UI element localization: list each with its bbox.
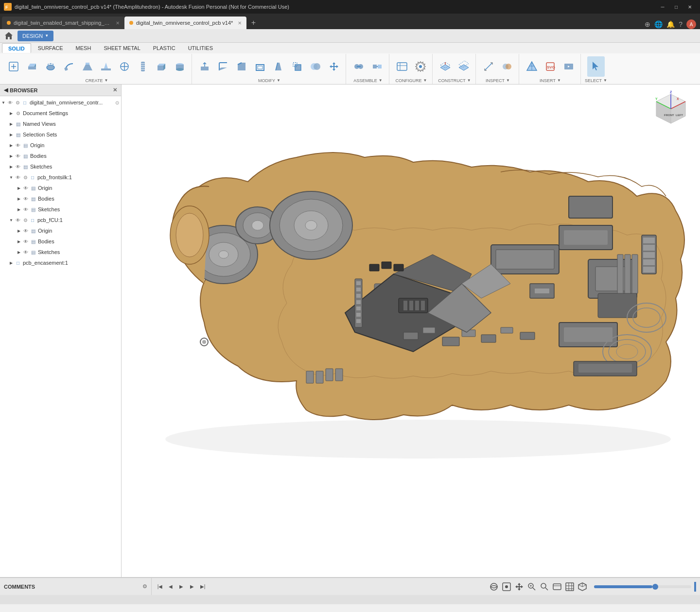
orbit-tool[interactable] (489, 582, 499, 592)
nav-next-button[interactable]: ▶ (188, 582, 196, 591)
pcb-frontsilk-origin-visibility-toggle[interactable]: 👁 (22, 185, 29, 191)
bodies-visibility-toggle[interactable]: 👁 (15, 153, 21, 159)
press-pull-tool[interactable] (196, 56, 213, 77)
tab-plastic[interactable]: PLASTIC (147, 43, 181, 53)
minimize-button[interactable]: ─ (656, 2, 669, 11)
view-cube-tool[interactable] (578, 582, 587, 592)
maximize-button[interactable]: □ (670, 2, 682, 11)
extrude-tool[interactable] (23, 56, 41, 77)
browser-sketches-item[interactable]: ▶ 👁 ▤ Sketches (0, 161, 121, 172)
tab-surface[interactable]: SURFACE (32, 43, 69, 53)
select-label[interactable]: SELECT ▼ (585, 78, 607, 83)
pcb-fcu-sketches-arrow[interactable]: ▶ (16, 249, 22, 255)
bell-icon[interactable]: 🔔 (666, 20, 675, 28)
browser-pcb-frontsilk-origin-item[interactable]: ▶ 👁 ▤ Origin (0, 183, 121, 193)
joint-tool[interactable] (350, 56, 368, 77)
selection-sets-arrow[interactable]: ▶ (8, 131, 15, 138)
pcb-fcu-arrow[interactable]: ▼ (8, 217, 15, 223)
offset-plane-tool[interactable] (437, 56, 454, 77)
as-built-joint-tool[interactable] (368, 56, 386, 77)
cylinder-tool[interactable] (171, 56, 189, 77)
browser-named-views-item[interactable]: ▶ ▤ Named Views (0, 119, 121, 129)
interference-tool[interactable] (498, 56, 516, 77)
root-collapse-arrow[interactable]: ▼ (0, 99, 7, 106)
close-button[interactable]: ✕ (683, 2, 696, 11)
browser-origin-item[interactable]: ▶ 👁 ▤ Origin (0, 140, 121, 151)
configure-tool[interactable] (393, 56, 411, 77)
browser-pcb-encasement-item[interactable]: ▶ □ pcb_encasement:1 (0, 257, 121, 268)
tab-1-close[interactable]: ✕ (116, 20, 120, 26)
tab-2-close[interactable]: ✕ (238, 20, 242, 26)
chamfer-tool[interactable] (233, 56, 250, 77)
thread-tool[interactable] (134, 56, 152, 77)
insert-mesh-tool[interactable] (523, 56, 541, 77)
pan-tool[interactable] (514, 582, 524, 592)
draft-tool[interactable] (270, 56, 287, 77)
tab-solid[interactable]: SOLID (2, 43, 31, 53)
display-settings-tool[interactable] (552, 582, 562, 592)
shell-tool[interactable] (251, 56, 269, 77)
construct-label[interactable]: CONSTRUCT ▼ (438, 78, 471, 83)
pcb-frontsilk-origin-arrow[interactable]: ▶ (16, 185, 22, 191)
create-label[interactable]: CREATE ▼ (86, 78, 108, 83)
combine-tool[interactable] (307, 56, 324, 77)
browser-pcb-fcu-sketches-item[interactable]: ▶ 👁 ▤ Sketches (0, 247, 121, 257)
inspect-label[interactable]: INSPECT ▼ (486, 78, 510, 83)
rib-tool[interactable] (97, 56, 115, 77)
pcb-frontsilk-sketches-arrow[interactable]: ▶ (16, 206, 22, 213)
timeline-indicator[interactable] (652, 584, 658, 590)
tab-1[interactable]: digital_twin_enabled_smart_shipping_work… (2, 17, 124, 29)
zoom-window-tool[interactable] (527, 582, 537, 592)
move-tool[interactable] (325, 56, 343, 77)
tab-2[interactable]: digital_twin_omniverse_control_pcb v14* … (124, 17, 246, 29)
browser-selection-sets-item[interactable]: ▶ ▤ Selection Sets (0, 129, 121, 140)
origin-visibility-toggle[interactable]: 👁 (15, 142, 21, 149)
nav-prev-button[interactable]: ◀ (166, 582, 175, 591)
root-visibility-toggle[interactable]: 👁 (7, 99, 14, 106)
pcb-frontsilk-visibility-toggle[interactable]: 👁 (15, 174, 21, 181)
pcb-fcu-origin-visibility-toggle[interactable]: 👁 (22, 227, 29, 234)
sketches-arrow[interactable]: ▶ (8, 163, 15, 170)
add-tab-button[interactable]: + (246, 17, 260, 29)
measure-tool[interactable] (480, 56, 497, 77)
pcb-frontsilk-bodies-arrow[interactable]: ▶ (16, 195, 22, 202)
web-tool[interactable] (116, 56, 133, 77)
pcb-fcu-visibility-toggle[interactable]: 👁 (15, 217, 21, 223)
nav-first-button[interactable]: |◀ (156, 582, 164, 591)
design-mode-button[interactable]: DESIGN ▼ (18, 31, 53, 41)
tab-utilities[interactable]: UTILITIES (182, 43, 219, 53)
look-at-tool[interactable] (502, 582, 511, 592)
timeline-marker[interactable] (694, 582, 696, 592)
help-icon[interactable]: ? (679, 20, 682, 28)
connection-icon[interactable]: ⊕ (645, 20, 650, 28)
browser-pcb-fcu-item[interactable]: ▼ 👁 ⚙ □ pcb_fCU:1 (0, 215, 121, 225)
nav-play-button[interactable]: ▶ (177, 582, 186, 591)
named-views-arrow[interactable]: ▶ (8, 120, 15, 127)
tab-sheet-metal[interactable]: SHEET METAL (98, 43, 146, 53)
doc-settings-arrow[interactable]: ▶ (8, 110, 15, 117)
new-component-tool[interactable] (5, 56, 22, 77)
pcb-frontsilk-bodies-visibility-toggle[interactable]: 👁 (22, 195, 29, 202)
home-icon[interactable] (4, 31, 14, 41)
browser-pcb-frontsilk-sketches-item[interactable]: ▶ 👁 ▤ Sketches (0, 204, 121, 215)
browser-doc-settings-item[interactable]: ▶ ⚙ Document Settings (0, 108, 121, 119)
browser-pcb-frontsilk-item[interactable]: ▼ 👁 ⚙ □ pcb_frontsilk:1 (0, 172, 121, 183)
sweep-tool[interactable] (60, 56, 78, 77)
pcb-frontsilk-sketches-visibility-toggle[interactable]: 👁 (22, 206, 29, 213)
revolve-tool[interactable] (42, 56, 59, 77)
configure-label[interactable]: CONFIGURE ▼ (396, 78, 427, 83)
select-tool[interactable] (587, 56, 605, 77)
browser-root-item[interactable]: ▼ 👁 ⚙ □ digital_twin_omniverse_contr... … (0, 97, 121, 108)
insert-extra-tool[interactable] (560, 56, 578, 77)
box-tool[interactable] (153, 56, 170, 77)
loft-tool[interactable] (79, 56, 96, 77)
grid-settings-tool[interactable] (565, 582, 575, 592)
sketches-visibility-toggle[interactable]: 👁 (15, 163, 21, 170)
insert-label[interactable]: INSERT ▼ (540, 78, 561, 83)
root-extra-icon[interactable]: ⊙ (115, 100, 119, 105)
browser-pcb-fcu-bodies-item[interactable]: ▶ 👁 ▤ Bodies (0, 236, 121, 247)
pcb-fcu-sketches-visibility-toggle[interactable]: 👁 (22, 249, 29, 255)
browser-pcb-fcu-origin-item[interactable]: ▶ 👁 ▤ Origin (0, 225, 121, 236)
pcb-fcu-bodies-visibility-toggle[interactable]: 👁 (22, 238, 29, 245)
comments-settings-icon[interactable]: ⚙ (142, 583, 147, 590)
